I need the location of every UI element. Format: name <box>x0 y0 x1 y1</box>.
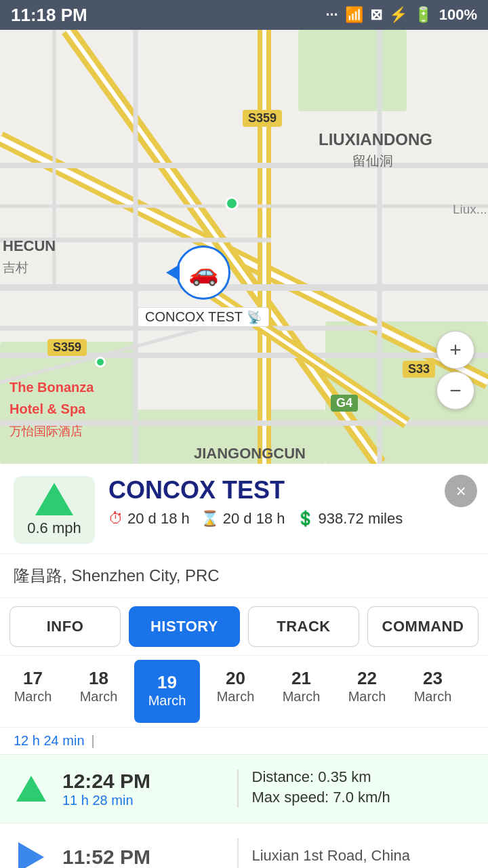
tab-bar: INFO HISTORY TRACK COMMAND <box>0 598 488 656</box>
battery-icon: 🔋 <box>414 6 432 24</box>
date-item-20[interactable]: 20 March <box>203 656 268 727</box>
green-dot-2 <box>95 357 106 368</box>
online-duration: 20 d 18 h <box>127 510 190 528</box>
history-time-block-2: 11:52 PM <box>62 846 224 868</box>
svg-rect-2 <box>0 342 136 464</box>
lightning-icon: ⚡ <box>389 6 407 24</box>
date-month-20: March <box>208 689 263 705</box>
car-label: CONCOX TEST 📡 <box>138 307 269 327</box>
zoom-controls: + − <box>436 331 474 410</box>
car-direction-arrow <box>166 264 180 281</box>
date-num-20: 20 <box>208 668 263 689</box>
svg-rect-1 <box>298 30 407 111</box>
time: 11:18 PM <box>11 5 87 26</box>
mileage-value: 938.72 miles <box>319 510 403 528</box>
online-stat: ⏱ 20 d 18 h <box>108 510 190 528</box>
hourglass-icon: ⌛ <box>201 510 219 528</box>
history-stats-2: Liuxian 1st Road, China <box>252 847 478 867</box>
history-distance-1: Distance: 0.35 km <box>252 768 478 786</box>
bottom-panel: 0.6 mph CONCOX TEST ⏱ 20 d 18 h ⌛ 20 d 1… <box>0 464 488 868</box>
speed-value: 0.6 mph <box>27 519 81 537</box>
history-divider-1 <box>237 770 239 808</box>
vehicle-stats: ⏱ 20 d 18 h ⌛ 20 d 18 h 💲 938.72 miles <box>108 510 474 528</box>
date-month-22: March <box>340 689 394 705</box>
date-num-17: 17 <box>5 668 60 689</box>
date-num-19: 19 <box>140 672 195 693</box>
signal-icon: 📡 <box>247 310 262 325</box>
date-item-23[interactable]: 23 March <box>400 656 466 727</box>
more-icon: ··· <box>325 6 338 24</box>
triangle-up-icon <box>16 776 46 802</box>
history-maxspeed-1: Max speed: 7.0 km/h <box>252 789 478 806</box>
history-time-2: 11:52 PM <box>62 846 224 868</box>
date-selector[interactable]: 17 March 18 March 19 March 20 March 21 M… <box>0 656 488 728</box>
status-icons: ··· 📶 ⊠ ⚡ 🔋 100% <box>325 6 477 24</box>
date-item-17[interactable]: 17 March <box>0 656 66 727</box>
date-month-18: March <box>71 689 126 705</box>
battery-percent: 100% <box>439 6 477 24</box>
date-item-18[interactable]: 18 March <box>66 656 131 727</box>
car-marker[interactable]: 🚗 CONCOX TEST 📡 <box>176 245 230 300</box>
history-divider-2 <box>237 838 239 868</box>
vehicle-name: CONCOX TEST <box>108 476 474 505</box>
moving-duration: 20 d 18 h <box>223 510 285 528</box>
map-view[interactable]: S359 LIUXIANDONG 留仙洞 Liux... HECUN 吉村 S3… <box>0 30 488 464</box>
car-label-text: CONCOX TEST <box>145 309 243 325</box>
date-item-21[interactable]: 21 March <box>268 656 334 727</box>
speed-triangle-icon <box>35 483 73 515</box>
mileage-stat: 💲 938.72 miles <box>296 510 403 528</box>
sub-header-duration: 12 h 24 min <box>14 733 85 749</box>
date-num-21: 21 <box>274 668 329 689</box>
date-month-19: March <box>140 693 195 709</box>
triangle-right-icon <box>18 842 44 868</box>
tab-track[interactable]: TRACK <box>248 606 359 647</box>
vehicle-info-section: 0.6 mph CONCOX TEST ⏱ 20 d 18 h ⌛ 20 d 1… <box>0 464 488 554</box>
history-duration-1: 11 h 28 min <box>62 793 224 808</box>
date-month-17: March <box>5 689 60 705</box>
tab-history[interactable]: HISTORY <box>129 606 240 647</box>
history-icon-2 <box>11 837 52 868</box>
zoom-in-button[interactable]: + <box>436 331 474 369</box>
moving-stat: ⌛ 20 d 18 h <box>201 510 285 528</box>
date-item-22[interactable]: 22 March <box>334 656 400 727</box>
date-item-19[interactable]: 19 March <box>134 660 200 723</box>
tab-command[interactable]: COMMAND <box>367 606 479 647</box>
vehicle-details: CONCOX TEST ⏱ 20 d 18 h ⌛ 20 d 18 h 💲 93… <box>108 476 474 528</box>
history-item-2[interactable]: 11:52 PM Liuxian 1st Road, China <box>0 823 488 868</box>
history-stats-1: Distance: 0.35 km Max speed: 7.0 km/h <box>252 768 478 809</box>
history-item-1[interactable]: 12:24 PM 11 h 28 min Distance: 0.35 km M… <box>0 755 488 823</box>
sub-header-divider: | <box>92 733 95 749</box>
history-icon-1 <box>11 768 52 809</box>
car-circle: 🚗 <box>176 245 230 300</box>
date-num-18: 18 <box>71 668 126 689</box>
date-month-21: March <box>274 689 329 705</box>
map-roads-svg <box>0 30 488 464</box>
wifi-icon: 📶 <box>345 6 363 24</box>
date-num-23: 23 <box>405 668 460 689</box>
history-address-2: Liuxian 1st Road, China <box>252 847 478 865</box>
address-row: 隆昌路, Shenzhen City, PRC <box>0 554 488 598</box>
clock-icon: ⏱ <box>108 510 123 528</box>
history-time-1: 12:24 PM <box>62 770 224 793</box>
dollar-icon: 💲 <box>296 510 314 528</box>
tab-info[interactable]: INFO <box>9 606 121 647</box>
sub-header-row: 12 h 24 min | <box>0 728 488 755</box>
svg-rect-4 <box>136 410 325 464</box>
date-num-22: 22 <box>340 668 394 689</box>
date-month-23: March <box>405 689 460 705</box>
status-bar: 11:18 PM ··· 📶 ⊠ ⚡ 🔋 100% <box>0 0 488 30</box>
zoom-out-button[interactable]: − <box>436 372 474 410</box>
history-time-block-1: 12:24 PM 11 h 28 min <box>62 770 224 808</box>
address-text: 隆昌路, Shenzhen City, PRC <box>14 566 220 585</box>
car-icon: 🚗 <box>188 258 219 287</box>
speed-box: 0.6 mph <box>14 476 95 544</box>
close-button[interactable]: × <box>445 475 477 507</box>
green-dot-1 <box>225 197 239 210</box>
sim-icon: ⊠ <box>370 6 382 24</box>
